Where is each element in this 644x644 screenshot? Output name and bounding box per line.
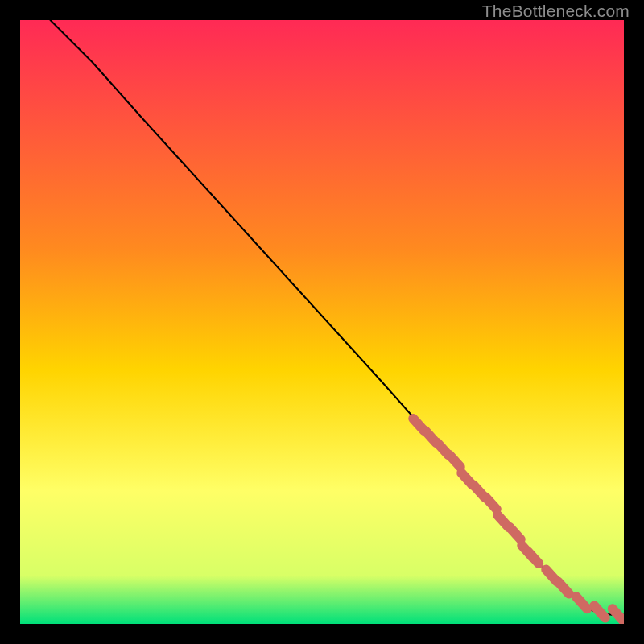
gradient-plot xyxy=(20,20,624,624)
watermark-text: TheBottleneck.com xyxy=(482,2,630,21)
chart-container: { "watermark": "TheBottleneck.com", "col… xyxy=(0,0,644,644)
gradient-background xyxy=(20,20,624,624)
